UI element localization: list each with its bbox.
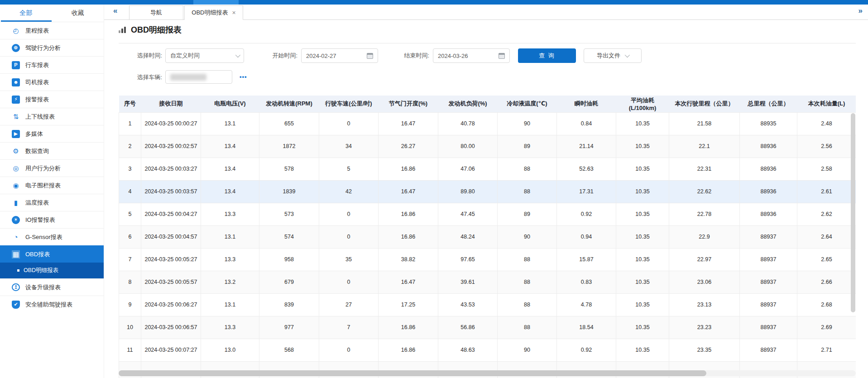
column-header: 冷却液温度(℃) bbox=[498, 96, 557, 112]
sidebar-item-label: OBD报表 bbox=[25, 250, 50, 258]
table-row[interactable]: 32024-03-25 00:03:2713.4578516.8647.0688… bbox=[119, 158, 856, 180]
time-range-select[interactable]: 自定义时间 bbox=[165, 48, 244, 63]
sidebar-item-data-query[interactable]: ⚙数据查询 bbox=[0, 142, 104, 159]
alarm-icon: ⚡ bbox=[12, 96, 20, 104]
table-row[interactable]: 112024-03-25 00:07:2713.0568016.8648.639… bbox=[119, 339, 856, 361]
sidebar-tab-favorites[interactable]: 收藏 bbox=[52, 5, 104, 22]
table-cell: 8 bbox=[119, 271, 141, 293]
table-cell: 2024-03-25 00:03:27 bbox=[141, 158, 201, 180]
topbar-active-segment bbox=[193, 0, 239, 5]
table-row[interactable]: 102024-03-25 00:06:5713.3977716.8656.868… bbox=[119, 316, 856, 339]
table-row[interactable]: 72024-03-25 00:05:2713.39583538.8297.658… bbox=[119, 248, 856, 271]
page-header: OBD明细报表 bbox=[119, 24, 182, 35]
table-cell: 22.9 bbox=[669, 225, 740, 248]
table-cell: 13.2 bbox=[201, 271, 259, 293]
sidebar-item-alarm[interactable]: ⚡报警报表 bbox=[0, 91, 104, 108]
sidebar-item-mileage[interactable]: ◴里程报表 bbox=[0, 22, 104, 39]
table-cell: 5 bbox=[119, 203, 141, 225]
sidebar-item-g-sensor[interactable]: ◔G-Sensor报表 bbox=[0, 228, 104, 245]
collapse-sidebar-icon[interactable]: « bbox=[113, 6, 117, 15]
sidebar-item-user-behavior[interactable]: ◎用户行为分析 bbox=[0, 159, 104, 177]
sidebar-item-label: 驾驶行为分析 bbox=[25, 44, 61, 52]
safe-assist-driving-icon: ✔ bbox=[12, 301, 20, 309]
table-cell: 16.47 bbox=[379, 112, 438, 135]
table-cell: 2024-03-25 00:05:57 bbox=[141, 271, 201, 293]
mileage-icon: ◴ bbox=[12, 27, 20, 35]
sidebar-item-driver[interactable]: ☻司机报表 bbox=[0, 73, 104, 91]
table-cell: 2024-03-25 00:00:27 bbox=[141, 112, 201, 135]
sidebar-item-driving-behavior[interactable]: ☸驾驶行为分析 bbox=[0, 39, 104, 56]
sidebar-item-multimedia[interactable]: ▶多媒体 bbox=[0, 125, 104, 142]
column-header: 序号 bbox=[119, 96, 141, 112]
table-cell: 89.80 bbox=[438, 180, 498, 203]
table-cell: 22.31 bbox=[669, 158, 740, 180]
sidebar-item-label: 上下线报表 bbox=[25, 113, 55, 121]
vertical-scrollbar-thumb[interactable] bbox=[851, 113, 855, 312]
tab-navigation[interactable]: 导航 bbox=[129, 5, 183, 20]
table-cell: 88937 bbox=[740, 316, 797, 339]
vehicle-select-label: 选择车辆: bbox=[121, 70, 162, 85]
export-file-button[interactable]: 导出文件 bbox=[584, 48, 642, 63]
column-header: 总里程（公里） bbox=[740, 96, 797, 112]
table-row[interactable]: 62024-03-25 00:04:5713.1574016.8648.2490… bbox=[119, 225, 856, 248]
sidebar-item-device-upgrade[interactable]: ↥设备升级报表 bbox=[0, 278, 104, 296]
table-row[interactable]: 82024-03-25 00:05:5713.2679016.4739.6188… bbox=[119, 271, 856, 293]
sidebar-item-temperature[interactable]: ▮温度报表 bbox=[0, 194, 104, 211]
table-cell: 0 bbox=[319, 112, 379, 135]
sidebar-item-online-offline[interactable]: ⇅上下线报表 bbox=[0, 108, 104, 125]
table-row[interactable]: 52024-03-25 00:04:2713.3573016.8647.4589… bbox=[119, 203, 856, 225]
sidebar-item-parking[interactable]: P行车报表 bbox=[0, 56, 104, 73]
table-cell: 39.61 bbox=[438, 271, 498, 293]
table-cell: 2.71 bbox=[797, 339, 856, 361]
expand-tabs-icon[interactable]: » bbox=[858, 6, 863, 15]
table-cell: 35 bbox=[319, 248, 379, 271]
sidebar-subitem-obd-detail[interactable]: OBD明细报表 bbox=[0, 263, 104, 278]
table-row[interactable]: 92024-03-25 00:06:2713.18392717.2543.538… bbox=[119, 293, 856, 316]
calendar-icon bbox=[367, 53, 373, 59]
sidebar-item-label: G-Sensor报表 bbox=[25, 233, 62, 241]
end-time-label: 结束时间: bbox=[388, 48, 429, 63]
end-date-input[interactable]: 2024-03-26 bbox=[433, 48, 510, 63]
start-date-input[interactable]: 2024-02-27 bbox=[301, 48, 378, 63]
table-cell: 2.56 bbox=[797, 135, 856, 158]
more-vehicles-button[interactable]: ••• bbox=[240, 70, 247, 84]
table-cell: 13.3 bbox=[201, 316, 259, 339]
table-cell: 4.78 bbox=[557, 293, 616, 316]
close-tab-icon[interactable]: × bbox=[232, 9, 235, 16]
table-cell: 2024-03-25 00:05:27 bbox=[141, 248, 201, 271]
table-row[interactable]: 42024-03-25 00:03:5713.418394216.4789.80… bbox=[119, 180, 856, 203]
table-cell: 48.63 bbox=[438, 339, 498, 361]
table-cell: 10.35 bbox=[616, 203, 669, 225]
sidebar-item-io-alarm[interactable]: ☀IO报警报表 bbox=[0, 211, 104, 228]
table-cell: 38.82 bbox=[379, 248, 438, 271]
table-row[interactable]: 12024-03-25 00:00:2713.1655016.4740.7890… bbox=[119, 112, 856, 135]
sidebar-tab-all[interactable]: 全部 bbox=[0, 5, 52, 22]
table-cell: 17.25 bbox=[379, 293, 438, 316]
horizontal-scrollbar-thumb[interactable] bbox=[119, 370, 706, 376]
sidebar-item-obd[interactable]: ▦OBD报表 bbox=[0, 245, 104, 263]
table-cell: 48.24 bbox=[438, 225, 498, 248]
table-cell: 90 bbox=[498, 339, 557, 361]
sidebar-item-safe-assist-driving[interactable]: ✔安全辅助驾驶报表 bbox=[0, 296, 104, 313]
table-cell: 22.97 bbox=[669, 248, 740, 271]
tab-obd-detail-report[interactable]: OBD明细报表 × bbox=[184, 5, 243, 20]
table-cell: 88 bbox=[498, 248, 557, 271]
table-row[interactable]: 22024-03-25 00:02:5713.418723426.2780.00… bbox=[119, 135, 856, 158]
device-upgrade-icon: ↥ bbox=[12, 283, 20, 291]
content-tabbar: « 导航 OBD明细报表 × » bbox=[104, 5, 868, 20]
table-cell: 2.58 bbox=[797, 158, 856, 180]
table-cell: 88937 bbox=[740, 225, 797, 248]
table-cell: 42 bbox=[319, 180, 379, 203]
table-cell: 1839 bbox=[259, 180, 319, 203]
column-header: 平均油耗(L/100km) bbox=[616, 96, 669, 112]
table-cell: 0.94 bbox=[557, 225, 616, 248]
query-button[interactable]: 查 询 bbox=[518, 48, 576, 63]
sidebar-item-label: 设备升级报表 bbox=[25, 283, 61, 292]
calendar-icon bbox=[499, 53, 505, 59]
table-cell: 10.35 bbox=[616, 225, 669, 248]
driving-behavior-icon: ☸ bbox=[12, 44, 20, 52]
table-cell: 10.35 bbox=[616, 158, 669, 180]
sidebar-item-geofence[interactable]: ◉电子围栏报表 bbox=[0, 177, 104, 194]
column-header: 电瓶电压(V) bbox=[201, 96, 259, 112]
vehicle-select-input[interactable] bbox=[165, 70, 232, 84]
